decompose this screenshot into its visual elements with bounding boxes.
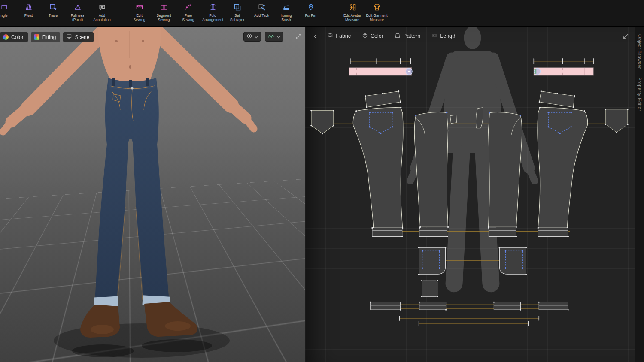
toolbar-item-ironing-brush[interactable]: IroningBrush [274, 0, 298, 27]
annotation-icon [98, 3, 106, 12]
collapse-panel-chevron[interactable]: ‹ [314, 33, 316, 39]
tab-fabric[interactable]: Fabric [327, 33, 351, 40]
tab-fitting[interactable]: Fitting [31, 32, 61, 42]
pleat-icon [24, 3, 33, 12]
ironing-brush-icon [282, 3, 291, 12]
expand-pattern-panel-icon[interactable] [623, 33, 629, 39]
segment-sewing-icon [160, 3, 168, 12]
pattern-piece-pocket-facing-left[interactable] [418, 247, 446, 275]
2d-pattern-panel[interactable]: ‹ Fabric Color Pattern Length [305, 27, 635, 362]
pattern-piece-pocket-right[interactable] [605, 109, 628, 133]
toolbar-item-free-sewing[interactable]: FreeSewing [176, 0, 200, 27]
scene-tab-icon [66, 33, 72, 41]
pattern-piece-back-leg-right[interactable] [538, 107, 588, 229]
trace-icon [49, 3, 58, 12]
fabric-icon [327, 33, 333, 40]
pattern-piece-front-leg-left[interactable] [414, 112, 449, 228]
avatar-3d[interactable] [0, 27, 305, 362]
set-sublayer-icon [233, 3, 242, 12]
color-tab-icon [3, 34, 9, 40]
pattern-piece-back-leg-left[interactable] [353, 107, 403, 229]
toolbar-item-fold-arrangement[interactable]: FoldArrangement [200, 0, 225, 27]
pattern-piece-yoke-left[interactable] [365, 90, 401, 108]
toolbar-item-fullness-point[interactable]: Fullness(Point) [65, 0, 90, 27]
viewport-controls [243, 32, 283, 42]
fullness-point-icon [73, 3, 82, 12]
pattern-piece-pocket-left[interactable] [310, 110, 334, 134]
fitting-tab-icon [34, 34, 39, 40]
ruler-icon [431, 33, 437, 40]
pattern-piece-belt-loops[interactable] [370, 302, 568, 311]
rectangle-tool-icon [0, 3, 9, 12]
avatar-jeans [94, 78, 170, 307]
free-sewing-icon [184, 3, 193, 12]
add-tack-icon [258, 3, 266, 12]
toolbar-item-fix-pin[interactable]: Fix Pin [298, 0, 323, 27]
tab-pattern[interactable]: Pattern [395, 33, 420, 40]
fix-pin-icon [307, 3, 315, 12]
tab-color[interactable]: Color [0, 32, 28, 42]
avatar-torso [98, 27, 161, 81]
chevron-down-icon [255, 33, 258, 40]
pattern-panel-header: ‹ Fabric Color Pattern Length [305, 27, 635, 45]
toolbar-item-segment-sewing[interactable]: SegmentSewing [152, 0, 176, 27]
top-toolbar: ngle Pleat Trace Fullness(Point) AddAnno… [0, 0, 644, 27]
pattern-piece-front-leg-right[interactable] [488, 112, 522, 228]
pattern-piece-coin-pocket[interactable] [421, 280, 438, 297]
toolbar-item-add-tack[interactable]: Add Tack [249, 0, 274, 27]
tab-length[interactable]: Length [431, 33, 456, 40]
toolbar-item-edit-avatar-measure[interactable]: Edit AvatarMeasure [340, 0, 365, 27]
edit-sewing-icon [135, 3, 144, 12]
pattern-piece-small-facing[interactable] [450, 115, 457, 124]
avatar-measure-icon [348, 3, 357, 12]
toolbar-item-add-annotation[interactable]: AddAnnotation [90, 0, 114, 27]
render-style-dropdown[interactable] [243, 32, 261, 42]
chevron-down-icon [277, 33, 280, 40]
pattern-piece-yoke-right[interactable] [539, 90, 575, 108]
pattern-piece-waistband-left[interactable] [349, 68, 412, 75]
palette-icon [362, 33, 368, 40]
animation-graph-dropdown[interactable] [265, 32, 283, 42]
pattern-piece-waistband-right[interactable] [534, 68, 593, 75]
expand-viewport-icon[interactable] [295, 33, 302, 40]
pattern-piece-hem-bands[interactable] [371, 227, 569, 237]
toolbar-item-edit-sewing[interactable]: EditSewing [127, 0, 152, 27]
fold-arrangement-icon [209, 3, 217, 12]
toolbar-item-pleat[interactable]: Pleat [16, 0, 41, 27]
pattern-piece-pocket-facing-right[interactable] [499, 247, 527, 275]
3d-viewport[interactable]: Color Fitting Scene [0, 27, 305, 362]
toolbar-item-set-sublayer[interactable]: SetSublayer [225, 0, 249, 27]
toolbar-item-rectangle[interactable]: ngle [0, 0, 16, 27]
waveform-icon [268, 33, 275, 40]
viewport-tabs: Color Fitting Scene [0, 32, 94, 42]
render-style-icon [246, 33, 252, 40]
toolbar-item-trace[interactable]: Trace [41, 0, 65, 27]
main-area: Color Fitting Scene [0, 27, 644, 362]
selection-gizmo[interactable] [534, 68, 541, 75]
right-rail: Object Browser Property Editor [635, 27, 644, 362]
pattern-piece-icon [395, 33, 401, 40]
pattern-canvas[interactable] [305, 27, 635, 362]
tab-color-2d[interactable]: Color [362, 33, 383, 40]
toolbar-item-edit-garment-measure[interactable]: Edit GarmentMeasure [365, 0, 389, 27]
rail-property-editor[interactable]: Property Editor [637, 77, 642, 112]
tab-scene[interactable]: Scene [63, 32, 94, 42]
garment-measure-icon [373, 3, 381, 12]
rail-object-browser[interactable]: Object Browser [637, 34, 642, 70]
